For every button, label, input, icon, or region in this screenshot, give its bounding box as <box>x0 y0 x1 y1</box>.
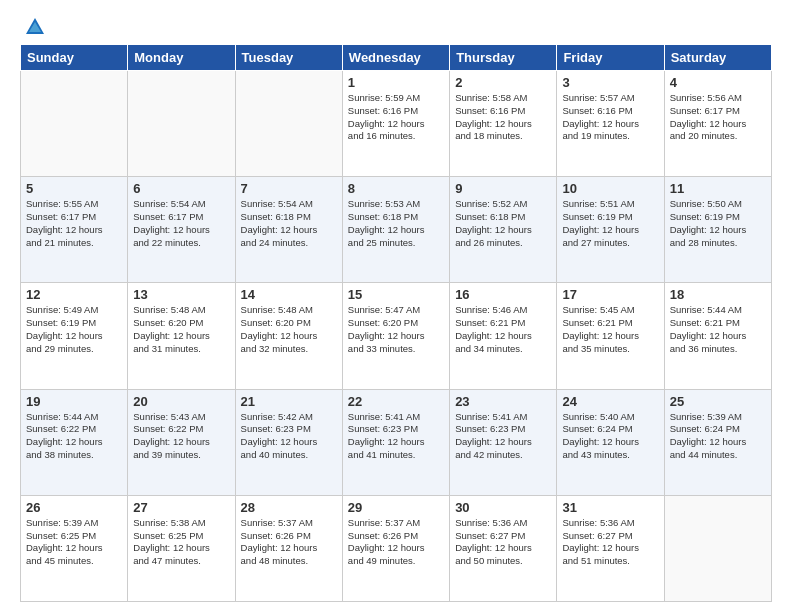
day-number: 27 <box>133 500 229 515</box>
calendar-week-5: 26Sunrise: 5:39 AM Sunset: 6:25 PM Dayli… <box>21 495 772 601</box>
calendar-cell <box>21 71 128 177</box>
calendar-cell <box>235 71 342 177</box>
calendar-cell: 19Sunrise: 5:44 AM Sunset: 6:22 PM Dayli… <box>21 389 128 495</box>
calendar-cell: 25Sunrise: 5:39 AM Sunset: 6:24 PM Dayli… <box>664 389 771 495</box>
day-number: 12 <box>26 287 122 302</box>
day-info: Sunrise: 5:48 AM Sunset: 6:20 PM Dayligh… <box>241 304 337 355</box>
day-number: 11 <box>670 181 766 196</box>
day-info: Sunrise: 5:45 AM Sunset: 6:21 PM Dayligh… <box>562 304 658 355</box>
day-info: Sunrise: 5:53 AM Sunset: 6:18 PM Dayligh… <box>348 198 444 249</box>
calendar-cell: 21Sunrise: 5:42 AM Sunset: 6:23 PM Dayli… <box>235 389 342 495</box>
day-number: 8 <box>348 181 444 196</box>
weekday-friday: Friday <box>557 45 664 71</box>
calendar-cell: 4Sunrise: 5:56 AM Sunset: 6:17 PM Daylig… <box>664 71 771 177</box>
day-info: Sunrise: 5:46 AM Sunset: 6:21 PM Dayligh… <box>455 304 551 355</box>
calendar-cell: 15Sunrise: 5:47 AM Sunset: 6:20 PM Dayli… <box>342 283 449 389</box>
calendar-cell: 6Sunrise: 5:54 AM Sunset: 6:17 PM Daylig… <box>128 177 235 283</box>
day-info: Sunrise: 5:39 AM Sunset: 6:25 PM Dayligh… <box>26 517 122 568</box>
calendar-cell: 2Sunrise: 5:58 AM Sunset: 6:16 PM Daylig… <box>450 71 557 177</box>
day-number: 26 <box>26 500 122 515</box>
calendar-cell: 3Sunrise: 5:57 AM Sunset: 6:16 PM Daylig… <box>557 71 664 177</box>
calendar-week-4: 19Sunrise: 5:44 AM Sunset: 6:22 PM Dayli… <box>21 389 772 495</box>
weekday-header-row: SundayMondayTuesdayWednesdayThursdayFrid… <box>21 45 772 71</box>
calendar-cell: 8Sunrise: 5:53 AM Sunset: 6:18 PM Daylig… <box>342 177 449 283</box>
day-number: 15 <box>348 287 444 302</box>
day-number: 23 <box>455 394 551 409</box>
day-number: 1 <box>348 75 444 90</box>
day-number: 22 <box>348 394 444 409</box>
day-info: Sunrise: 5:36 AM Sunset: 6:27 PM Dayligh… <box>455 517 551 568</box>
logo <box>20 16 46 34</box>
calendar-cell: 29Sunrise: 5:37 AM Sunset: 6:26 PM Dayli… <box>342 495 449 601</box>
day-info: Sunrise: 5:36 AM Sunset: 6:27 PM Dayligh… <box>562 517 658 568</box>
day-number: 2 <box>455 75 551 90</box>
calendar-cell: 14Sunrise: 5:48 AM Sunset: 6:20 PM Dayli… <box>235 283 342 389</box>
calendar-body: 1Sunrise: 5:59 AM Sunset: 6:16 PM Daylig… <box>21 71 772 602</box>
day-info: Sunrise: 5:50 AM Sunset: 6:19 PM Dayligh… <box>670 198 766 249</box>
calendar-cell <box>664 495 771 601</box>
calendar-cell: 13Sunrise: 5:48 AM Sunset: 6:20 PM Dayli… <box>128 283 235 389</box>
header <box>20 16 772 34</box>
day-info: Sunrise: 5:57 AM Sunset: 6:16 PM Dayligh… <box>562 92 658 143</box>
calendar-cell: 27Sunrise: 5:38 AM Sunset: 6:25 PM Dayli… <box>128 495 235 601</box>
calendar-cell: 23Sunrise: 5:41 AM Sunset: 6:23 PM Dayli… <box>450 389 557 495</box>
weekday-monday: Monday <box>128 45 235 71</box>
day-info: Sunrise: 5:59 AM Sunset: 6:16 PM Dayligh… <box>348 92 444 143</box>
logo-icon <box>24 16 46 38</box>
day-info: Sunrise: 5:37 AM Sunset: 6:26 PM Dayligh… <box>348 517 444 568</box>
day-number: 9 <box>455 181 551 196</box>
calendar-cell: 28Sunrise: 5:37 AM Sunset: 6:26 PM Dayli… <box>235 495 342 601</box>
day-info: Sunrise: 5:41 AM Sunset: 6:23 PM Dayligh… <box>455 411 551 462</box>
day-info: Sunrise: 5:56 AM Sunset: 6:17 PM Dayligh… <box>670 92 766 143</box>
day-info: Sunrise: 5:54 AM Sunset: 6:17 PM Dayligh… <box>133 198 229 249</box>
day-number: 5 <box>26 181 122 196</box>
calendar-cell: 17Sunrise: 5:45 AM Sunset: 6:21 PM Dayli… <box>557 283 664 389</box>
day-info: Sunrise: 5:38 AM Sunset: 6:25 PM Dayligh… <box>133 517 229 568</box>
calendar-week-2: 5Sunrise: 5:55 AM Sunset: 6:17 PM Daylig… <box>21 177 772 283</box>
calendar-cell: 22Sunrise: 5:41 AM Sunset: 6:23 PM Dayli… <box>342 389 449 495</box>
day-info: Sunrise: 5:43 AM Sunset: 6:22 PM Dayligh… <box>133 411 229 462</box>
weekday-tuesday: Tuesday <box>235 45 342 71</box>
day-number: 20 <box>133 394 229 409</box>
day-number: 25 <box>670 394 766 409</box>
day-number: 18 <box>670 287 766 302</box>
calendar-cell: 16Sunrise: 5:46 AM Sunset: 6:21 PM Dayli… <box>450 283 557 389</box>
day-info: Sunrise: 5:44 AM Sunset: 6:21 PM Dayligh… <box>670 304 766 355</box>
weekday-wednesday: Wednesday <box>342 45 449 71</box>
page: SundayMondayTuesdayWednesdayThursdayFrid… <box>0 0 792 612</box>
calendar-cell: 12Sunrise: 5:49 AM Sunset: 6:19 PM Dayli… <box>21 283 128 389</box>
day-number: 7 <box>241 181 337 196</box>
day-number: 21 <box>241 394 337 409</box>
calendar-cell <box>128 71 235 177</box>
calendar-cell: 31Sunrise: 5:36 AM Sunset: 6:27 PM Dayli… <box>557 495 664 601</box>
day-number: 13 <box>133 287 229 302</box>
day-info: Sunrise: 5:54 AM Sunset: 6:18 PM Dayligh… <box>241 198 337 249</box>
day-number: 30 <box>455 500 551 515</box>
calendar-cell: 26Sunrise: 5:39 AM Sunset: 6:25 PM Dayli… <box>21 495 128 601</box>
day-info: Sunrise: 5:44 AM Sunset: 6:22 PM Dayligh… <box>26 411 122 462</box>
day-info: Sunrise: 5:49 AM Sunset: 6:19 PM Dayligh… <box>26 304 122 355</box>
day-number: 24 <box>562 394 658 409</box>
calendar-cell: 20Sunrise: 5:43 AM Sunset: 6:22 PM Dayli… <box>128 389 235 495</box>
day-info: Sunrise: 5:39 AM Sunset: 6:24 PM Dayligh… <box>670 411 766 462</box>
calendar: SundayMondayTuesdayWednesdayThursdayFrid… <box>20 44 772 602</box>
calendar-cell: 1Sunrise: 5:59 AM Sunset: 6:16 PM Daylig… <box>342 71 449 177</box>
calendar-cell: 5Sunrise: 5:55 AM Sunset: 6:17 PM Daylig… <box>21 177 128 283</box>
day-number: 19 <box>26 394 122 409</box>
day-info: Sunrise: 5:51 AM Sunset: 6:19 PM Dayligh… <box>562 198 658 249</box>
day-number: 14 <box>241 287 337 302</box>
day-number: 6 <box>133 181 229 196</box>
day-number: 17 <box>562 287 658 302</box>
calendar-cell: 24Sunrise: 5:40 AM Sunset: 6:24 PM Dayli… <box>557 389 664 495</box>
calendar-cell: 7Sunrise: 5:54 AM Sunset: 6:18 PM Daylig… <box>235 177 342 283</box>
day-info: Sunrise: 5:47 AM Sunset: 6:20 PM Dayligh… <box>348 304 444 355</box>
calendar-week-1: 1Sunrise: 5:59 AM Sunset: 6:16 PM Daylig… <box>21 71 772 177</box>
day-number: 28 <box>241 500 337 515</box>
calendar-cell: 30Sunrise: 5:36 AM Sunset: 6:27 PM Dayli… <box>450 495 557 601</box>
day-info: Sunrise: 5:48 AM Sunset: 6:20 PM Dayligh… <box>133 304 229 355</box>
day-number: 10 <box>562 181 658 196</box>
day-info: Sunrise: 5:55 AM Sunset: 6:17 PM Dayligh… <box>26 198 122 249</box>
calendar-cell: 10Sunrise: 5:51 AM Sunset: 6:19 PM Dayli… <box>557 177 664 283</box>
day-info: Sunrise: 5:52 AM Sunset: 6:18 PM Dayligh… <box>455 198 551 249</box>
day-info: Sunrise: 5:37 AM Sunset: 6:26 PM Dayligh… <box>241 517 337 568</box>
